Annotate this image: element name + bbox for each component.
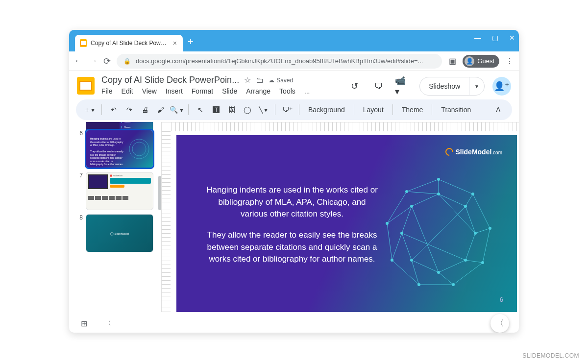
svg-point-1 — [132, 142, 146, 156]
svg-line-6 — [475, 228, 490, 233]
slides-logo-icon[interactable] — [77, 77, 95, 95]
svg-point-18 — [471, 193, 474, 195]
line-tool[interactable]: ╲ ▾ — [256, 103, 270, 117]
svg-point-20 — [481, 261, 484, 264]
vertical-ruler[interactable] — [162, 131, 171, 312]
svg-point-32 — [400, 232, 403, 235]
select-tool[interactable]: ↖ — [194, 103, 207, 117]
svg-line-14 — [412, 206, 466, 260]
menu-bar: File Edit View Insert Format Slide Arran… — [101, 87, 339, 95]
textbox-tool[interactable]: 🆃 — [209, 103, 223, 117]
cloud-icon: ☁ — [269, 77, 274, 84]
paint-format-button[interactable]: 🖌 — [154, 103, 168, 117]
svg-line-8 — [439, 272, 453, 285]
slide-page-number: 6 — [500, 296, 503, 303]
slideshow-dropdown[interactable]: ▼ — [469, 77, 484, 95]
tab-title: Copy of AI Slide Deck PowerPoin — [91, 40, 167, 47]
canvas-area: SlideModel.com Hanging indents are used … — [161, 122, 519, 312]
collapse-toolbar-icon[interactable]: ᐱ — [491, 103, 505, 117]
comment-tool[interactable]: 🗨⁺ — [280, 103, 294, 117]
transition-button[interactable]: Transition — [437, 106, 475, 114]
filmstrip-collapse-icon[interactable]: 〈 — [104, 319, 111, 328]
share-button[interactable]: 👤⁺ — [492, 77, 511, 96]
svg-point-21 — [452, 283, 455, 286]
svg-line-12 — [407, 192, 439, 194]
theme-button[interactable]: Theme — [398, 106, 427, 114]
panel-icon[interactable]: ▣ — [448, 57, 457, 66]
bottom-bar: ⊞ 〈 〈 — [78, 316, 514, 331]
window-controls: — ▢ ✕ — [474, 34, 515, 42]
svg-point-25 — [405, 190, 408, 193]
move-icon[interactable]: 🗀 — [256, 76, 264, 85]
grid-view-icon[interactable]: ⊞ — [78, 317, 90, 329]
zoom-button[interactable]: 🔍 ▾ — [170, 103, 183, 117]
svg-point-26 — [437, 193, 440, 195]
workspace: PlanetsPlanets 6 Hanging indents are use… — [69, 122, 519, 312]
close-window-icon[interactable]: ✕ — [509, 34, 515, 42]
new-tab-button[interactable]: + — [188, 36, 194, 48]
explore-button[interactable]: 〈 — [490, 314, 509, 333]
save-status[interactable]: ☁ Saved — [269, 77, 293, 84]
menu-insert[interactable]: Insert — [166, 87, 183, 95]
slide-thumb-5[interactable]: PlanetsPlanets — [78, 122, 159, 126]
maximize-icon[interactable]: ▢ — [492, 34, 498, 42]
undo-button[interactable]: ↶ — [107, 103, 121, 117]
print-button[interactable]: 🖨 — [138, 103, 152, 117]
menu-more[interactable]: ... — [304, 87, 310, 95]
horizontal-ruler[interactable] — [172, 122, 519, 131]
close-tab-icon[interactable]: × — [171, 39, 179, 47]
image-tool[interactable]: 🖼 — [225, 103, 239, 117]
url-text: docs.google.com/presentation/d/1ejGbkinJ… — [136, 57, 423, 65]
slide-thumb-7[interactable]: 7 🔴 SlideModel — [78, 172, 159, 210]
background-button[interactable]: Background — [304, 106, 349, 114]
svg-line-15 — [402, 233, 466, 260]
star-icon[interactable]: ☆ — [244, 75, 251, 85]
minimize-icon[interactable]: — — [474, 34, 481, 42]
svg-point-19 — [489, 227, 491, 230]
svg-line-9 — [412, 260, 419, 285]
menu-file[interactable]: File — [101, 87, 113, 95]
profile-chip[interactable]: 👤 Guest — [463, 55, 499, 68]
slide-canvas[interactable]: SlideModel.com Hanging indents are used … — [176, 135, 517, 312]
menu-tools[interactable]: Tools — [279, 87, 295, 95]
shape-tool[interactable]: ◯ — [241, 103, 254, 117]
back-button[interactable]: ← — [74, 56, 83, 66]
slideshow-button[interactable]: Slideshow — [420, 77, 469, 95]
address-bar: ← → ⟳ 🔒 docs.google.com/presentation/d/1… — [69, 51, 519, 71]
svg-line-11 — [387, 206, 412, 223]
doc-title[interactable]: Copy of AI Slide Deck PowerPoin... — [101, 75, 239, 85]
menu-view[interactable]: View — [142, 87, 157, 95]
comment-icon[interactable]: 🗨 — [370, 78, 387, 95]
svg-line-16 — [412, 206, 439, 272]
svg-line-5 — [466, 194, 473, 206]
url-input[interactable]: 🔒 docs.google.com/presentation/d/1ejGbki… — [117, 54, 442, 69]
forward-button[interactable]: → — [89, 56, 98, 66]
menu-arrange[interactable]: Arrange — [246, 87, 270, 95]
history-icon[interactable]: ↺ — [346, 78, 363, 95]
slides-favicon — [80, 39, 87, 47]
svg-line-7 — [466, 260, 483, 263]
layout-button[interactable]: Layout — [359, 106, 388, 114]
lock-icon: 🔒 — [123, 58, 131, 65]
menu-slide[interactable]: Slide — [222, 87, 237, 95]
new-slide-button[interactable]: + ▾ — [83, 103, 97, 117]
menu-edit[interactable]: Edit — [122, 87, 133, 95]
svg-point-27 — [464, 205, 467, 208]
svg-point-17 — [437, 178, 440, 181]
redo-button[interactable]: ↷ — [122, 103, 136, 117]
browser-window: Copy of AI Slide Deck PowerPoin × + — ▢ … — [69, 30, 519, 333]
watermark: SLIDEMODEL.COM — [522, 352, 579, 359]
slidemodel-logo-icon — [444, 146, 455, 158]
slidemodel-logo: SlideModel.com — [445, 148, 502, 156]
slide-thumb-6[interactable]: 6 Hanging indents are used in the works … — [78, 130, 159, 168]
svg-point-23 — [391, 259, 393, 262]
browser-tab[interactable]: Copy of AI Slide Deck PowerPoin × — [75, 35, 183, 51]
reload-button[interactable]: ⟳ — [103, 56, 111, 67]
slide-thumb-8[interactable]: 8 ◯ SlideModel — [78, 214, 159, 252]
kebab-menu-icon[interactable]: ⋮ — [505, 57, 514, 66]
svg-point-24 — [386, 222, 389, 225]
menu-format[interactable]: Format — [192, 87, 213, 95]
guest-label: Guest — [477, 57, 494, 65]
svg-point-30 — [437, 271, 440, 274]
meet-icon[interactable]: 📹 ▾ — [395, 78, 412, 95]
